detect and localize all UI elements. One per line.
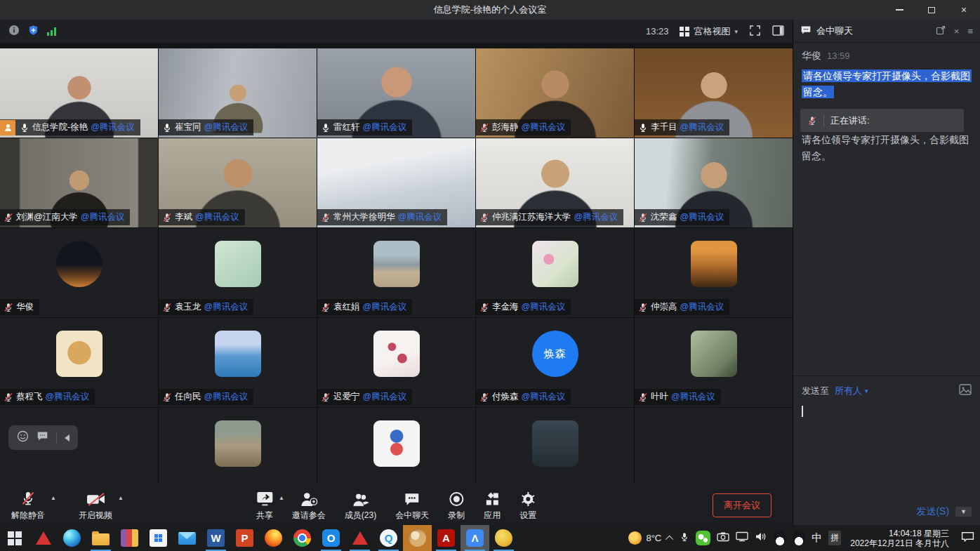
qq-messenger[interactable]: Q	[374, 525, 403, 551]
chat-button[interactable]: 会中聊天	[395, 489, 429, 522]
minimize-button[interactable]	[883, 0, 915, 20]
ime-language-indicator[interactable]: 中	[812, 531, 822, 545]
antivirus-app[interactable]	[29, 525, 58, 551]
participant-tile[interactable]: 信息学院-徐艳@腾讯会议	[0, 48, 158, 138]
participant-tile[interactable]: 袁玉龙@腾讯会议	[159, 228, 317, 317]
participant-tile[interactable]: 刘渊@江南大学@腾讯会议	[0, 138, 158, 227]
participant-name: 仲兆满江苏海洋大学	[492, 211, 571, 223]
acrobat-reader[interactable]: A	[432, 525, 461, 551]
winrar[interactable]	[115, 525, 144, 551]
mail-app[interactable]	[173, 525, 201, 551]
participant-tile[interactable]: 彭海静@腾讯会议	[476, 48, 634, 138]
microphone-tray-icon[interactable]	[680, 531, 689, 545]
blue-o-app[interactable]: O	[317, 525, 345, 551]
participant-tile[interactable]	[159, 408, 317, 484]
ime-pinyin-badge[interactable]: 拼	[828, 531, 841, 545]
camera-tray-icon[interactable]	[717, 531, 729, 545]
image-viewer-icon: Λ	[466, 529, 484, 547]
participant-org-suffix: @腾讯会议	[680, 211, 724, 223]
participant-tile[interactable]: 叶叶@腾讯会议	[635, 318, 793, 407]
firefox-browser[interactable]	[259, 525, 288, 551]
meeting-info-icon[interactable]	[8, 25, 20, 39]
taskbar-clock[interactable]: 14:04:18 星期三 2022年12月21日 冬月廿八	[847, 529, 952, 548]
popout-chat-icon[interactable]	[936, 25, 946, 37]
participant-avatar	[532, 241, 578, 287]
record-icon	[449, 489, 464, 507]
qq-tray-icon-2[interactable]	[793, 531, 805, 545]
wechat-tray-icon[interactable]	[696, 531, 710, 545]
participant-tile[interactable]: 任向民@腾讯会议	[159, 318, 317, 407]
participant-tile[interactable]: 李千目@腾讯会议	[635, 48, 793, 138]
tencent-meeting-active[interactable]	[403, 525, 432, 551]
record-button[interactable]: 录制	[448, 489, 465, 522]
emoji-button[interactable]	[17, 430, 29, 445]
invite-button[interactable]: 邀请参会	[292, 489, 326, 522]
tray-overflow-chevron-icon[interactable]	[666, 535, 673, 543]
mic-muted-icon	[162, 303, 172, 312]
word[interactable]: W	[201, 525, 230, 551]
participant-name-label: 蔡程飞@腾讯会议	[0, 389, 95, 405]
apps-button[interactable]: 应用	[484, 489, 501, 522]
unmute-options-arrow[interactable]: ▲	[51, 495, 56, 501]
participant-tile[interactable]	[317, 408, 475, 484]
close-button[interactable]: ×	[948, 0, 980, 20]
participant-tile[interactable]: 仲崇高@腾讯会议	[635, 228, 793, 317]
apps-label: 应用	[484, 510, 501, 522]
share-options-arrow[interactable]: ▲	[279, 495, 284, 501]
collapse-left-icon[interactable]	[65, 434, 69, 442]
quick-chat-button[interactable]	[37, 431, 48, 444]
fullscreen-button[interactable]	[749, 25, 761, 39]
participant-tile[interactable]: 沈荣鑫@腾讯会议	[635, 138, 793, 227]
start-video-button[interactable]: 开启视频 ▲	[79, 489, 112, 522]
send-to-selector[interactable]: 所有人 ▾	[835, 385, 868, 397]
participant-tile[interactable]: 李金海@腾讯会议	[476, 228, 634, 317]
chat-menu-icon[interactable]: ≡	[967, 26, 973, 36]
grid-view-button[interactable]: 宫格视图 ▾	[680, 25, 738, 38]
camera-off-icon	[86, 489, 105, 507]
start-button[interactable]	[0, 525, 29, 551]
side-panel-toggle[interactable]	[772, 25, 784, 38]
action-center-icon[interactable]	[961, 531, 974, 545]
chrome-browser[interactable]	[288, 525, 317, 551]
participant-tile[interactable]: 迟爱宁@腾讯会议	[317, 318, 475, 407]
volume-tray-icon[interactable]	[755, 531, 767, 545]
participant-tile[interactable]	[476, 408, 634, 484]
security-shield-icon[interactable]	[28, 25, 39, 39]
meeting-area: 13:23 宫格视图 ▾ 信息学院-徐艳@腾讯会议崔宝同@腾讯会议雷红轩@腾讯会…	[0, 20, 793, 525]
close-chat-icon[interactable]: ×	[954, 26, 960, 36]
display-tray-icon[interactable]	[736, 531, 748, 545]
yellow-pet-app[interactable]	[489, 525, 518, 551]
participant-tile[interactable]: 袁红娟@腾讯会议	[317, 228, 475, 317]
mic-muted-icon	[162, 392, 172, 402]
message-input[interactable]	[802, 396, 972, 497]
send-button[interactable]: 发送(S)	[916, 505, 949, 518]
participant-tile[interactable]: 雷红轩@腾讯会议	[317, 48, 475, 138]
microsoft-store[interactable]	[144, 525, 173, 551]
participant-tile[interactable]: 李斌@腾讯会议	[159, 138, 317, 227]
image-viewer[interactable]: Λ	[461, 525, 489, 551]
participant-tile[interactable]: 仲兆满江苏海洋大学@腾讯会议	[476, 138, 634, 227]
video-options-arrow[interactable]: ▲	[118, 495, 124, 501]
edge-browser[interactable]	[58, 525, 86, 551]
participant-tile[interactable]: 常州大学徐明华@腾讯会议	[317, 138, 475, 227]
antivirus-app-2[interactable]	[345, 525, 374, 551]
network-signal-icon[interactable]	[47, 27, 56, 36]
mic-muted-icon	[4, 392, 13, 402]
participant-tile[interactable]: 焕森付焕森@腾讯会议	[476, 318, 634, 407]
powerpoint[interactable]: P	[230, 525, 259, 551]
maximize-button[interactable]	[915, 0, 948, 20]
empty-tile[interactable]	[635, 408, 793, 484]
participant-tile[interactable]: 崔宝同@腾讯会议	[159, 48, 317, 138]
weather-widget[interactable]: 8°C	[628, 531, 661, 545]
participant-tile[interactable]: 华俊	[0, 228, 158, 317]
send-options-button[interactable]: ▼	[955, 507, 972, 517]
participant-tile[interactable]: 蔡程飞@腾讯会议	[0, 318, 158, 407]
share-screen-button[interactable]: 共享 ▲	[256, 489, 273, 522]
leave-meeting-button[interactable]: 离开会议	[713, 493, 772, 517]
participant-name: 信息学院-徐艳	[32, 121, 88, 133]
settings-button[interactable]: 设置	[519, 489, 536, 522]
qq-tray-icon[interactable]	[774, 531, 786, 545]
members-button[interactable]: 成员(23)	[345, 489, 376, 522]
unmute-button[interactable]: 解除静音 ▲	[11, 489, 45, 522]
file-explorer[interactable]	[86, 525, 115, 551]
